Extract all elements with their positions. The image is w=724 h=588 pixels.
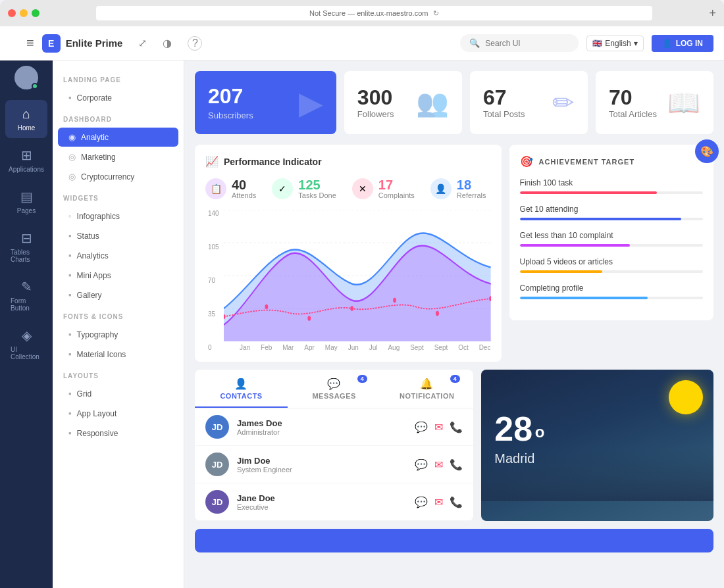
sidebar-item-marketing[interactable]: ◎ Marketing: [58, 147, 178, 166]
new-tab-btn[interactable]: +: [709, 7, 716, 20]
sidebar-item-gallery[interactable]: ▪ Gallery: [58, 285, 178, 305]
sidebar-item-form[interactable]: ✎ Form Button: [5, 272, 47, 318]
help-icon[interactable]: ?: [188, 36, 202, 51]
tab-notification[interactable]: 🔔 NOTIFICATION 4: [380, 370, 473, 408]
contact-actions-0: 💬 ✉ 📞: [415, 421, 463, 433]
topbar: ≡ E Enlite Prime ⤢ ◑ ? 🔍 🇬🇧 English ▾ 👤 …: [0, 26, 724, 61]
progress-fill-3: [520, 270, 602, 273]
search-icon: 🔍: [469, 38, 480, 48]
mac-titlebar: Not Secure — enlite.ux-maestro.com ↻ +: [0, 0, 724, 26]
sidebar-item-analytics[interactable]: ▪ Analytics: [58, 246, 178, 265]
sidebar-item-applayout[interactable]: ▪ App Layout: [58, 404, 178, 423]
sidebar-item-miniapps[interactable]: ▪ Mini Apps: [58, 266, 178, 285]
icon-sidebar: ⌂ Home ⊞ Applications ▤ Pages ⊟ Tables C…: [0, 61, 53, 588]
subscribers-number: 207: [208, 85, 253, 108]
sidebar-item-applications[interactable]: ⊞ Applications: [5, 141, 47, 180]
svg-point-6: [265, 305, 268, 310]
call-btn-1[interactable]: 📞: [450, 458, 463, 471]
call-btn-2[interactable]: 📞: [450, 496, 463, 508]
contrast-icon[interactable]: ◑: [163, 37, 172, 49]
sidebar-item-responsive[interactable]: ▪ Responsive: [58, 424, 178, 443]
dashboard-label: DASHBOARD: [53, 108, 184, 127]
achievement-item-2: Get less than 10 complaint: [520, 231, 703, 247]
expand-icon[interactable]: ⤢: [138, 37, 147, 49]
progress-bar-3: [520, 270, 703, 273]
contact-item-2: JD Jane Doe Executive 💬 ✉ 📞: [195, 483, 473, 521]
achievement-item-4: Completing profile: [520, 283, 703, 299]
analytic-icon: ◉: [68, 132, 76, 142]
achievement-card: 🎯 ACHIEVEMENT TARGET Finish 100 task: [509, 145, 713, 320]
complaints-icon: ✕: [352, 178, 373, 199]
cta-bar[interactable]: [195, 529, 713, 552]
stat-card-subscribers: 207 Subscribers ▶: [195, 71, 336, 134]
achievement-item-3: Upload 5 videos or articles: [520, 257, 703, 273]
followers-icon: 👥: [416, 87, 449, 118]
search-bar: 🔍: [460, 34, 579, 52]
sidebar-item-home[interactable]: ⌂ Home: [5, 100, 47, 138]
weather-temp-container: 28 o: [494, 409, 700, 449]
sidebar-item-tables[interactable]: ⊟ Tables Charts: [5, 224, 47, 270]
refresh-icon[interactable]: ↻: [433, 9, 439, 18]
chart-y-axis: 140 105 70 35 0: [205, 210, 222, 351]
stat-attends: 📋 40 Attends: [205, 178, 256, 199]
flag-icon: 🇬🇧: [592, 39, 602, 48]
url-bar: Not Secure — enlite.ux-maestro.com ↻: [96, 6, 652, 20]
sidebar-item-status[interactable]: ▪ Status: [58, 226, 178, 245]
email-btn-0[interactable]: ✉: [434, 421, 443, 433]
layouts-label: LAYOUTS: [53, 364, 184, 383]
contacts-tab-icon: 👤: [234, 378, 248, 390]
articles-label: Total Articles: [609, 109, 657, 119]
user-circle-icon: 👤: [662, 39, 672, 48]
tab-messages[interactable]: 💬 MESSAGES 4: [288, 370, 380, 408]
contact-actions-2: 💬 ✉ 📞: [415, 496, 463, 508]
chat-btn-0[interactable]: 💬: [415, 421, 428, 433]
applications-icon: ⊞: [21, 147, 32, 163]
notification-tab-icon: 🔔: [420, 378, 434, 390]
online-indicator: [32, 83, 38, 89]
pages-icon: ▤: [20, 189, 33, 205]
followers-number: 300: [357, 86, 394, 109]
applayout-icon: ▪: [68, 408, 72, 418]
email-btn-1[interactable]: ✉: [434, 458, 443, 471]
stat-card-articles: 70 Total Articles 📖: [596, 71, 713, 134]
call-btn-0[interactable]: 📞: [450, 421, 463, 433]
subscribers-label: Subscribers: [208, 110, 253, 120]
search-input[interactable]: [485, 39, 569, 48]
close-btn[interactable]: [8, 9, 16, 17]
infographics-icon: ◦: [68, 211, 72, 221]
messages-tab-icon: 💬: [327, 378, 341, 390]
posts-number: 67: [483, 86, 525, 109]
marketing-icon: ◎: [68, 152, 76, 162]
floating-action-btn[interactable]: 🎨: [695, 139, 719, 163]
left-sidebar: LANDING PAGE ▪ Corporate DASHBOARD ◉ Ana…: [53, 61, 184, 588]
sidebar-item-corporate[interactable]: ▪ Corporate: [58, 88, 178, 107]
sidebar-item-infographics[interactable]: ◦ Infographics: [58, 207, 178, 226]
subscribers-icon: ▶: [299, 84, 323, 121]
achievement-item-0: Finish 100 task: [520, 178, 703, 194]
performance-header: 📈 Performance Indicator: [205, 155, 491, 168]
minimize-btn[interactable]: [20, 9, 28, 17]
sidebar-item-pages[interactable]: ▤ Pages: [5, 182, 47, 221]
language-selector[interactable]: 🇬🇧 English ▾: [586, 36, 643, 51]
attends-icon: 📋: [205, 178, 226, 199]
sidebar-item-grid[interactable]: ▪ Grid: [58, 384, 178, 403]
chat-btn-1[interactable]: 💬: [415, 458, 428, 471]
posts-label: Total Posts: [483, 109, 525, 119]
login-button[interactable]: 👤 LOG IN: [652, 35, 713, 52]
sidebar-item-ui[interactable]: ◈ UI Collection: [5, 321, 47, 367]
hamburger-icon[interactable]: ≡: [26, 36, 34, 51]
sidebar-item-analytic[interactable]: ◉ Analytic: [58, 128, 178, 147]
widgets-label: WIDGETS: [53, 187, 184, 206]
contacts-card: 👤 CONTACTS 💬 MESSAGES 4 🔔 NOTIFICATION: [195, 370, 473, 521]
sidebar-item-cryptocurrency[interactable]: ◎ Cryptocurrency: [58, 167, 178, 186]
chat-btn-2[interactable]: 💬: [415, 496, 428, 508]
bottom-row: 👤 CONTACTS 💬 MESSAGES 4 🔔 NOTIFICATION: [195, 370, 713, 521]
area-chart: [224, 210, 491, 341]
email-btn-2[interactable]: ✉: [434, 496, 443, 508]
sidebar-item-typography[interactable]: ▪ Typography: [58, 325, 178, 344]
sidebar-item-material[interactable]: ▪ Material Icons: [58, 345, 178, 364]
tab-contacts[interactable]: 👤 CONTACTS: [195, 370, 288, 408]
grid-icon: ▪: [68, 389, 72, 399]
svg-point-7: [307, 316, 311, 321]
maximize-btn[interactable]: [32, 9, 39, 17]
